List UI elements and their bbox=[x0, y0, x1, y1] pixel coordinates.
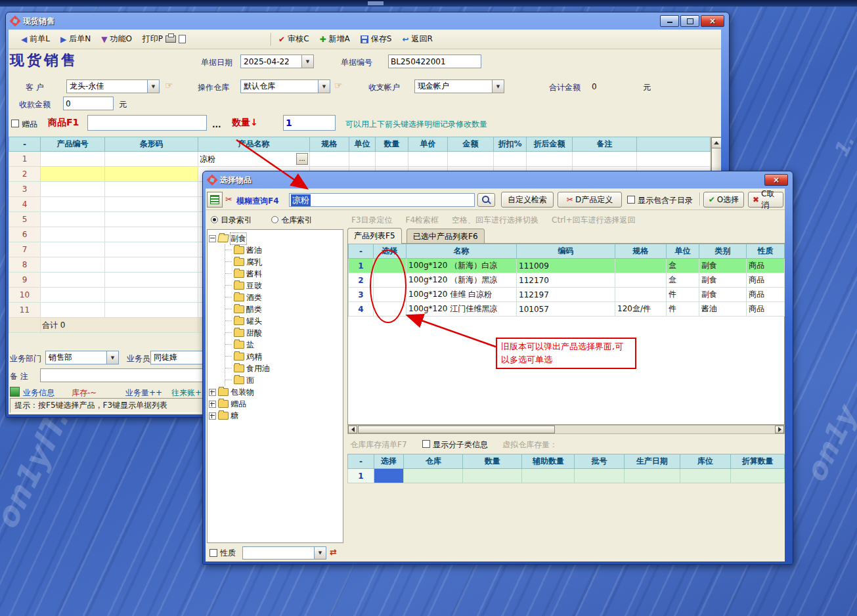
printer-icon bbox=[165, 35, 176, 43]
warehouse-index-radio[interactable] bbox=[271, 216, 278, 223]
cancel-button[interactable]: ✖C取消 bbox=[748, 192, 783, 208]
tree-item[interactable]: 食用油 bbox=[225, 363, 341, 374]
tree-item-root[interactable]: 副食 bbox=[209, 232, 341, 244]
list-mode-button[interactable] bbox=[207, 192, 223, 208]
product-search-input[interactable] bbox=[87, 115, 207, 131]
product-row[interactable]: 3100g*120 佳维 白凉粉112197件副食商品 bbox=[349, 288, 785, 302]
expand-icon[interactable] bbox=[209, 389, 216, 396]
select-cell[interactable] bbox=[374, 288, 407, 302]
stock-link[interactable]: 库存-~ bbox=[72, 387, 97, 399]
tree-item[interactable]: 酒类 bbox=[225, 292, 341, 303]
swap-icon[interactable]: ⇄ bbox=[330, 547, 337, 557]
grid-row[interactable]: 1 凉粉... bbox=[9, 152, 711, 167]
catalog-index-radio[interactable] bbox=[211, 216, 218, 223]
select-cell[interactable] bbox=[374, 302, 407, 317]
doc-no-input[interactable] bbox=[388, 55, 481, 68]
expand-icon[interactable] bbox=[209, 412, 216, 420]
chevron-down-icon[interactable]: ▼ bbox=[301, 55, 313, 68]
grid-total-label[interactable]: 合计 0 bbox=[41, 318, 198, 333]
select-confirm-button[interactable]: ✔O选择 bbox=[703, 192, 744, 208]
tab-selected-products[interactable]: 已选中产品列表F6 bbox=[407, 229, 485, 244]
tree-item[interactable]: 糖 bbox=[209, 410, 341, 422]
business-volume-link[interactable]: 业务量++ bbox=[125, 387, 162, 399]
tree-item[interactable]: 醋类 bbox=[225, 303, 341, 315]
prev-doc-button[interactable]: ◀前单L bbox=[18, 32, 53, 46]
fuzzy-search-input[interactable]: 凉粉 bbox=[289, 193, 475, 207]
tree-item[interactable]: 鸡精 bbox=[225, 351, 341, 363]
product-lookup-button[interactable]: ... bbox=[296, 153, 308, 165]
doc-date-select[interactable]: 2025-04-22▼ bbox=[240, 55, 314, 68]
show-subclass-checkbox[interactable] bbox=[422, 440, 430, 448]
show-subdir-label: 显示包含子目录 bbox=[638, 195, 693, 206]
expand-icon[interactable] bbox=[209, 401, 216, 408]
nature-checkbox[interactable] bbox=[209, 549, 217, 557]
nature-select[interactable]: ▼ bbox=[242, 546, 326, 560]
collapse-icon[interactable] bbox=[209, 235, 216, 242]
product-row[interactable]: 4100g*120 江门佳维黑凉101057120盒/件件酱油商品 bbox=[349, 302, 785, 317]
chevron-down-icon[interactable]: ▼ bbox=[106, 351, 118, 364]
minimize-button[interactable] bbox=[660, 15, 679, 27]
scroll-right-button[interactable] bbox=[775, 426, 784, 433]
dialog-close-button[interactable]: × bbox=[764, 174, 788, 186]
scroll-up-button[interactable] bbox=[711, 137, 721, 148]
close-button[interactable]: × bbox=[701, 15, 724, 27]
scrollbar-thumb[interactable] bbox=[358, 426, 555, 433]
warehouse-lookup-hand-icon[interactable]: ☞ bbox=[334, 80, 343, 91]
quantity-input[interactable] bbox=[283, 115, 336, 131]
chevron-down-icon[interactable]: ▼ bbox=[318, 80, 330, 93]
return-button[interactable]: ↩返回R bbox=[399, 32, 435, 46]
account-current-link[interactable]: 往来账+ bbox=[171, 387, 202, 399]
received-amount-input[interactable] bbox=[63, 97, 114, 110]
currency-label: 元 bbox=[119, 99, 127, 110]
add-new-button[interactable]: ✚新增A bbox=[317, 32, 353, 46]
gift-checkbox[interactable] bbox=[11, 120, 19, 127]
product-horizontal-scrollbar[interactable] bbox=[347, 425, 785, 434]
product-row[interactable]: 2100g*120 （新海）黑凉112170盒副食商品 bbox=[349, 273, 785, 288]
product-define-button[interactable]: ✂D产品定义 bbox=[558, 192, 622, 208]
search-button[interactable] bbox=[477, 193, 495, 207]
warehouse-select[interactable]: 默认仓库▼ bbox=[240, 79, 330, 93]
select-cell[interactable] bbox=[374, 273, 407, 288]
chevron-down-icon[interactable]: ▼ bbox=[314, 547, 326, 559]
tree-item[interactable]: 面 bbox=[225, 374, 341, 386]
customer-lookup-hand-icon[interactable]: ☞ bbox=[165, 80, 173, 91]
tree-item[interactable]: 罐头 bbox=[225, 315, 341, 327]
functions-button[interactable]: ▼功能O bbox=[98, 32, 135, 46]
maximize-button[interactable] bbox=[680, 15, 699, 27]
tab-product-list[interactable]: 产品列表F5 bbox=[347, 228, 402, 244]
dept-select[interactable]: 销售部▼ bbox=[45, 351, 119, 364]
warehouse-index-label: 仓库索引 bbox=[281, 215, 313, 226]
stock-row[interactable]: 1 bbox=[348, 469, 785, 483]
select-cell[interactable] bbox=[374, 469, 404, 483]
account-label: 收支帐户 bbox=[368, 82, 400, 93]
save-button[interactable]: 保存S bbox=[357, 32, 395, 46]
tree-item[interactable]: 赠品 bbox=[209, 398, 341, 410]
tree-item[interactable]: 甜酸 bbox=[225, 327, 341, 339]
audit-check-icon: ✔ bbox=[278, 35, 285, 43]
custom-search-button[interactable]: 自定义检索 bbox=[501, 192, 554, 208]
dialog-titlebar[interactable]: 选择物品 × bbox=[206, 171, 790, 188]
tree-item[interactable]: 腐乳 bbox=[225, 256, 341, 268]
scroll-left-button[interactable] bbox=[348, 426, 357, 433]
chevron-down-icon[interactable]: ▼ bbox=[492, 80, 504, 93]
customer-select[interactable]: 龙头-永佳▼ bbox=[66, 79, 160, 93]
chevron-down-icon[interactable]: ▼ bbox=[147, 80, 159, 93]
main-titlebar[interactable]: 现货销售 × bbox=[9, 12, 726, 30]
tree-item[interactable]: 酱油 bbox=[225, 244, 341, 256]
product-ellipsis-button[interactable]: ... bbox=[212, 120, 221, 129]
business-info-link[interactable]: 业务信息 bbox=[23, 387, 55, 399]
product-table-header: -选择名称编码规格单位类别性质 bbox=[349, 244, 785, 259]
tree-item[interactable]: 豆豉 bbox=[225, 280, 341, 292]
audit-button[interactable]: ✔审核C bbox=[275, 32, 312, 46]
print-button[interactable]: 打印P bbox=[139, 32, 189, 46]
tree-item[interactable]: 酱料 bbox=[225, 268, 341, 280]
folder-icon bbox=[234, 341, 244, 349]
select-cell[interactable] bbox=[374, 259, 407, 273]
product-row[interactable]: 1100g*120 （新海）白凉111009盒副食商品 bbox=[349, 259, 785, 273]
tree-item[interactable]: 包装物 bbox=[209, 386, 341, 398]
account-select[interactable]: 现金帐户▼ bbox=[414, 79, 504, 93]
rows-icon bbox=[210, 195, 219, 204]
show-subdir-checkbox[interactable] bbox=[627, 196, 635, 204]
tree-item[interactable]: 盐 bbox=[225, 339, 341, 351]
next-doc-button[interactable]: ▶后单N bbox=[57, 32, 94, 46]
